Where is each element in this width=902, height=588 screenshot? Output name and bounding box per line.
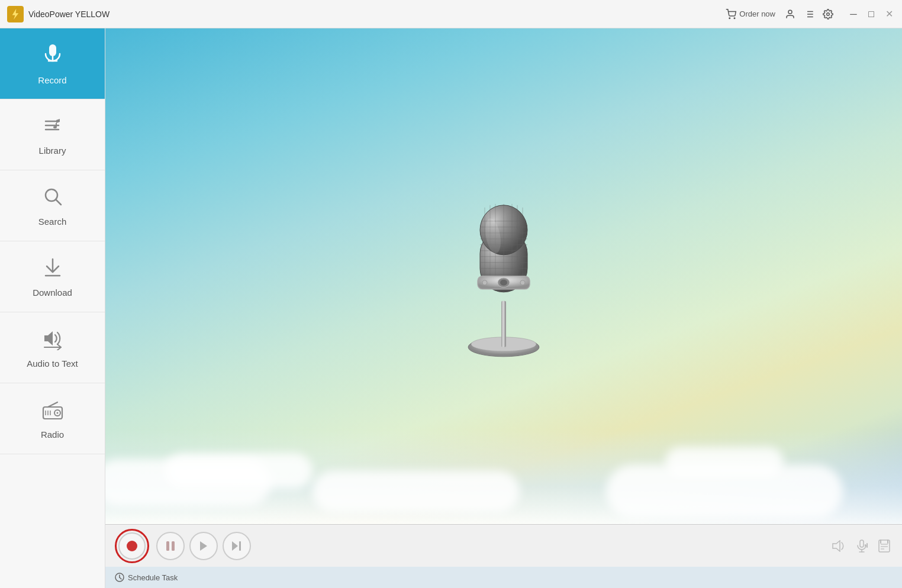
main-canvas [105, 28, 902, 524]
svg-rect-61 [172, 541, 175, 551]
svg-point-2 [729, 18, 730, 19]
volume-icon[interactable] [832, 540, 845, 552]
record-dot [127, 541, 137, 551]
svg-marker-22 [44, 331, 53, 345]
svg-point-17 [53, 126, 57, 128]
record-icon [40, 42, 65, 70]
cloud-5 [313, 471, 520, 512]
pause-button[interactable] [156, 532, 185, 560]
skip-button[interactable] [223, 532, 251, 560]
schedule-task-bar[interactable]: Schedule Task [105, 567, 902, 588]
export-icon[interactable] [878, 539, 890, 553]
sidebar-item-radio[interactable]: Radio [0, 383, 105, 454]
sidebar: Record Library [0, 28, 105, 588]
svg-rect-60 [166, 541, 169, 551]
sidebar-item-search[interactable]: Search [0, 170, 105, 241]
svg-rect-24 [43, 407, 62, 419]
svg-marker-63 [232, 541, 238, 551]
user-icon[interactable] [785, 9, 795, 20]
sidebar-label-record: Record [38, 75, 66, 85]
cart-icon [726, 9, 736, 20]
main-layout: Record Library [0, 28, 902, 588]
maximize-button[interactable]: □ [865, 9, 877, 20]
svg-point-58 [520, 280, 525, 285]
svg-line-25 [48, 402, 57, 407]
minimize-button[interactable]: ─ [848, 9, 859, 20]
sidebar-label-download: Download [33, 287, 72, 298]
settings-icon[interactable] [823, 9, 833, 20]
sidebar-label-audio-to-text: Audio to Text [27, 358, 78, 369]
svg-rect-69 [865, 544, 866, 547]
player-right-icons [832, 539, 890, 553]
order-now-label: Order now [739, 9, 775, 18]
title-bar-icons [785, 9, 833, 20]
skip-icon [231, 541, 242, 551]
schedule-task-label: Schedule Task [128, 573, 178, 582]
player-bar [105, 524, 902, 567]
svg-line-77 [120, 577, 121, 579]
svg-rect-12 [49, 44, 56, 56]
sidebar-item-audio-to-text[interactable]: Audio to Text [0, 312, 105, 383]
sidebar-item-record[interactable]: Record [0, 28, 105, 99]
svg-rect-64 [239, 541, 241, 551]
sidebar-item-download[interactable]: Download [0, 241, 105, 312]
play-button[interactable] [189, 532, 218, 560]
sidebar-item-library[interactable]: Library [0, 99, 105, 170]
window-controls: ─ □ ✕ [848, 8, 895, 20]
pause-icon [166, 541, 175, 551]
svg-point-56 [500, 280, 507, 286]
radio-icon [41, 398, 65, 425]
svg-point-4 [788, 10, 792, 14]
content-area: Schedule Task [105, 28, 902, 588]
svg-point-57 [482, 280, 487, 285]
play-icon [199, 541, 208, 551]
clouds-layer [105, 429, 902, 524]
order-now-button[interactable]: Order now [726, 9, 775, 20]
title-bar-left: VideoPower YELLOW [7, 6, 109, 22]
svg-rect-66 [860, 540, 864, 547]
app-title: VideoPower YELLOW [28, 9, 109, 19]
record-button-wrapper [115, 529, 149, 563]
svg-marker-65 [833, 541, 840, 551]
svg-point-30 [56, 412, 58, 414]
app-logo [7, 6, 24, 22]
schedule-icon [115, 573, 124, 582]
list-icon[interactable] [804, 9, 814, 20]
library-icon [41, 114, 65, 141]
download-icon [41, 256, 65, 283]
cloud-4 [665, 447, 784, 477]
close-button[interactable]: ✕ [883, 8, 895, 20]
audio-to-text-icon [41, 327, 65, 354]
cloud-2 [165, 453, 313, 489]
record-button[interactable] [118, 532, 146, 560]
sidebar-label-library: Library [39, 146, 66, 156]
title-bar-right: Order now ─ □ ✕ [726, 8, 895, 20]
svg-marker-62 [200, 541, 207, 551]
sidebar-label-search: Search [38, 217, 67, 227]
search-icon [41, 185, 65, 212]
mic-level-icon[interactable] [856, 539, 868, 553]
sidebar-label-radio: Radio [41, 429, 64, 440]
svg-rect-70 [866, 543, 868, 548]
svg-point-11 [827, 12, 830, 15]
title-bar: VideoPower YELLOW Order now [0, 0, 902, 28]
svg-point-3 [735, 18, 736, 19]
microphone-illustration [444, 171, 563, 363]
svg-rect-33 [501, 301, 506, 347]
svg-line-19 [56, 199, 61, 205]
